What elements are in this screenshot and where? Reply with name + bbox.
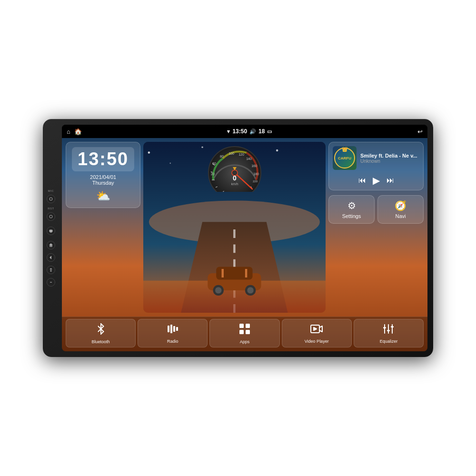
wifi-icon: ▾	[227, 129, 230, 135]
svg-text:60: 60	[212, 162, 216, 165]
settings-widget[interactable]: ⚙ Settings	[328, 195, 375, 224]
volume-value: 18	[258, 128, 265, 135]
svg-marker-53	[314, 327, 317, 330]
video-player-button[interactable]: Video Player	[282, 319, 352, 347]
next-button[interactable]: ⏭	[387, 176, 394, 185]
status-time: 13:50	[232, 128, 247, 135]
svg-text:100: 100	[228, 152, 234, 155]
car-head-unit: MIC RST	[43, 119, 433, 357]
crown-icon: 👑	[342, 147, 347, 152]
svg-rect-18	[245, 269, 247, 278]
settings-icon: ⚙	[347, 200, 356, 211]
video-icon	[310, 324, 323, 337]
mic-button[interactable]	[47, 195, 55, 203]
music-title: Smiley ft. Delia - Ne v...	[360, 153, 419, 159]
vol-down-button[interactable]	[47, 278, 55, 287]
svg-rect-59	[391, 326, 394, 327]
home-status-icon[interactable]: ⌂	[67, 128, 70, 135]
svg-text:0: 0	[233, 174, 237, 182]
prev-button[interactable]: ⏮	[358, 176, 366, 185]
battery-icon: ▭	[267, 129, 272, 135]
speedometer-gauge: 20 60 80 100 120 140 160 180 220	[204, 144, 266, 192]
side-buttons: MIC RST	[47, 189, 55, 287]
svg-point-4	[201, 146, 203, 148]
clock-widget: 13:50 2021/04/01 Thursday ⛅	[66, 142, 140, 208]
speedometer-widget: 20 60 80 100 120 140 160 180 220	[143, 142, 326, 313]
radio-label: Radio	[167, 339, 178, 344]
home-button[interactable]	[47, 241, 55, 249]
svg-rect-47	[176, 327, 178, 331]
navi-label: Navi	[395, 213, 406, 219]
svg-rect-45	[170, 325, 172, 333]
main-content: 13:50 2021/04/01 Thursday ⛅	[62, 138, 427, 351]
svg-rect-58	[387, 330, 390, 331]
svg-text:km/h: km/h	[231, 182, 238, 186]
svg-text:120: 120	[238, 153, 244, 156]
svg-rect-57	[383, 327, 386, 328]
svg-rect-19	[222, 269, 224, 278]
video-label: Video Player	[305, 339, 329, 344]
svg-rect-44	[168, 326, 169, 332]
clock-date: 2021/04/01	[90, 174, 116, 180]
svg-rect-48	[239, 324, 244, 328]
svg-text:220: 220	[253, 180, 258, 183]
svg-rect-51	[246, 330, 250, 334]
svg-point-3	[148, 151, 150, 153]
svg-point-0	[50, 198, 52, 200]
apps-icon	[239, 323, 250, 337]
svg-point-15	[215, 287, 221, 293]
svg-text:160: 160	[251, 164, 257, 168]
apps-label: Apps	[240, 339, 250, 344]
radio-icon	[167, 324, 178, 337]
album-art: CARFU 👑	[333, 146, 357, 170]
music-widget: CARFU 👑 Smiley ft. Delia - Ne v... Unkno…	[328, 142, 424, 190]
house-status-icon[interactable]: 🏠	[74, 128, 82, 135]
svg-text:180: 180	[253, 172, 259, 176]
music-artist: Unknown	[360, 159, 419, 164]
back-button[interactable]	[47, 253, 55, 262]
clock-day: Thursday	[92, 180, 114, 186]
navi-widget[interactable]: 🧭 Navi	[377, 195, 424, 224]
volume-icon: 🔊	[249, 129, 256, 135]
svg-rect-49	[246, 324, 250, 328]
svg-point-5	[276, 149, 278, 151]
navi-icon: 🧭	[395, 200, 407, 211]
status-bar: ⌂ 🏠 ▾ 13:50 🔊 18 ▭ ↩	[62, 125, 427, 138]
equalizer-button[interactable]: Equalizer	[354, 319, 424, 347]
svg-point-1	[50, 215, 52, 218]
bluetooth-label: Bluetooth	[92, 339, 110, 344]
settings-label: Settings	[342, 213, 361, 219]
svg-rect-50	[239, 330, 244, 334]
screen: ⌂ 🏠 ▾ 13:50 🔊 18 ▭ ↩ 13:50 20	[62, 125, 427, 351]
svg-point-7	[170, 163, 171, 164]
svg-text:20: 20	[211, 172, 215, 176]
apps-row: Bluetooth Radio	[62, 317, 427, 351]
vol-up-button[interactable]	[47, 266, 55, 274]
rst-button[interactable]	[47, 212, 55, 221]
bluetooth-button[interactable]: Bluetooth	[66, 319, 136, 347]
bluetooth-icon	[95, 323, 107, 337]
clock-time: 13:50	[72, 147, 134, 171]
svg-rect-46	[173, 326, 175, 332]
back-status-icon[interactable]: ↩	[417, 128, 423, 135]
equalizer-label: Equalizer	[380, 339, 398, 344]
svg-point-17	[248, 287, 254, 293]
weather-icon: ⛅	[96, 189, 110, 203]
play-button[interactable]: ▶	[373, 175, 380, 186]
mic-label: MIC	[48, 189, 54, 192]
equalizer-icon	[383, 324, 394, 337]
settings-navi-row: ⚙ Settings 🧭 Navi	[328, 195, 424, 224]
rst-label: RST	[48, 207, 54, 210]
svg-text:80: 80	[220, 155, 224, 158]
radio-button[interactable]: Radio	[138, 319, 208, 347]
svg-text:140: 140	[246, 157, 252, 160]
apps-button[interactable]: Apps	[209, 319, 279, 347]
power-button[interactable]	[47, 227, 55, 235]
